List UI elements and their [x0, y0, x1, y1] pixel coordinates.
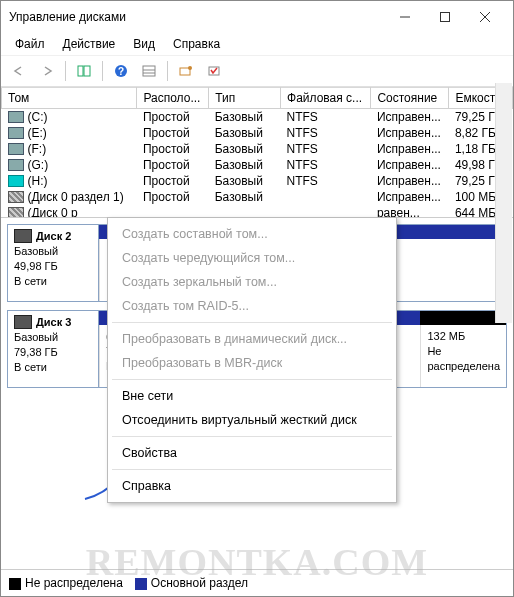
- col-layout[interactable]: Располо...: [137, 88, 209, 109]
- ctx-striped-volume: Создать чередующийся том...: [108, 246, 396, 270]
- volume-icon: [8, 127, 24, 139]
- ctx-offline[interactable]: Вне сети: [108, 384, 396, 408]
- close-button[interactable]: [465, 2, 505, 32]
- help-button[interactable]: ?: [109, 59, 133, 83]
- window-title: Управление дисками: [9, 10, 385, 24]
- ctx-spanned-volume: Создать составной том...: [108, 222, 396, 246]
- ctx-help[interactable]: Справка: [108, 474, 396, 498]
- table-row[interactable]: (C:)ПростойБазовыйNTFSИсправен...79,25 Г…: [2, 109, 513, 126]
- menu-action[interactable]: Действие: [55, 35, 124, 53]
- view-grid-button[interactable]: [72, 59, 96, 83]
- legend: Не распределена Основной раздел: [1, 569, 513, 596]
- volume-name: (E:): [28, 126, 47, 140]
- volume-icon: [8, 111, 24, 123]
- volume-name: (Диск 0 раздел 1): [28, 190, 124, 204]
- toolbar: ?: [1, 55, 513, 87]
- partition-header: [420, 311, 506, 325]
- ctx-mirrored-volume: Создать зеркальный том...: [108, 270, 396, 294]
- table-row[interactable]: (G:)ПростойБазовыйNTFSИсправен...49,98 Г…: [2, 157, 513, 173]
- col-status[interactable]: Состояние: [371, 88, 449, 109]
- maximize-button[interactable]: [425, 2, 465, 32]
- svg-rect-4: [78, 66, 83, 76]
- ctx-convert-mbr: Преобразовать в MBR-диск: [108, 351, 396, 375]
- properties-button[interactable]: [202, 59, 226, 83]
- partition-body: 132 МБНе распределена: [420, 325, 506, 387]
- svg-rect-8: [143, 66, 155, 76]
- legend-primary: Основной раздел: [135, 576, 248, 590]
- col-volume[interactable]: Том: [2, 88, 137, 109]
- disk-icon: [14, 315, 32, 329]
- ctx-convert-dynamic: Преобразовать в динамический диск...: [108, 327, 396, 351]
- volume-name: (C:): [28, 110, 48, 124]
- settings-button[interactable]: [174, 59, 198, 83]
- volume-name: (F:): [28, 142, 47, 156]
- volume-name: (G:): [28, 158, 49, 172]
- window: Управление дисками Файл Действие Вид Спр…: [0, 0, 514, 597]
- ctx-raid5-volume: Создать том RAID-5...: [108, 294, 396, 318]
- menu-file[interactable]: Файл: [7, 35, 53, 53]
- minimize-button[interactable]: [385, 2, 425, 32]
- ctx-properties[interactable]: Свойства: [108, 441, 396, 465]
- volume-name: (Диск 0 р: [28, 206, 78, 218]
- volume-name: (H:): [28, 174, 48, 188]
- table-row[interactable]: (E:)ПростойБазовыйNTFSИсправен...8,82 ГБ: [2, 125, 513, 141]
- menu-view[interactable]: Вид: [125, 35, 163, 53]
- title-bar: Управление дисками: [1, 1, 513, 33]
- menu-help[interactable]: Справка: [165, 35, 228, 53]
- svg-point-12: [188, 66, 192, 70]
- forward-button[interactable]: [35, 59, 59, 83]
- context-menu: Создать составной том... Создать чередую…: [107, 217, 397, 503]
- disk-info: Диск 2Базовый49,98 ГБВ сети: [8, 225, 99, 301]
- disk-icon: [14, 229, 32, 243]
- back-button[interactable]: [7, 59, 31, 83]
- volume-icon: [8, 143, 24, 155]
- table-row[interactable]: (Диск 0 раздел 1)ПростойБазовыйИсправен.…: [2, 189, 513, 205]
- disk-info: Диск 3Базовый79,38 ГБВ сети: [8, 311, 99, 387]
- volume-list[interactable]: Том Располо... Тип Файловая с... Состоян…: [1, 87, 513, 218]
- col-fs[interactable]: Файловая с...: [281, 88, 371, 109]
- volume-icon: [8, 159, 24, 171]
- ctx-detach-vhd[interactable]: Отсоединить виртуальный жесткий диск: [108, 408, 396, 432]
- svg-rect-1: [441, 13, 450, 22]
- svg-rect-5: [84, 66, 90, 76]
- partition[interactable]: 132 МБНе распределена: [420, 311, 506, 387]
- table-row[interactable]: (F:)ПростойБазовыйNTFSИсправен...1,18 ГБ: [2, 141, 513, 157]
- volume-icon: [8, 175, 24, 187]
- table-row[interactable]: (H:)ПростойБазовыйNTFSИсправен...79,25 Г…: [2, 173, 513, 189]
- volume-icon: [8, 207, 24, 218]
- col-type[interactable]: Тип: [209, 88, 281, 109]
- view-list-button[interactable]: [137, 59, 161, 83]
- legend-unallocated: Не распределена: [9, 576, 123, 590]
- volume-icon: [8, 191, 24, 203]
- scrollbar-vertical[interactable]: [495, 83, 512, 323]
- svg-text:?: ?: [118, 66, 124, 77]
- menu-bar: Файл Действие Вид Справка: [1, 33, 513, 55]
